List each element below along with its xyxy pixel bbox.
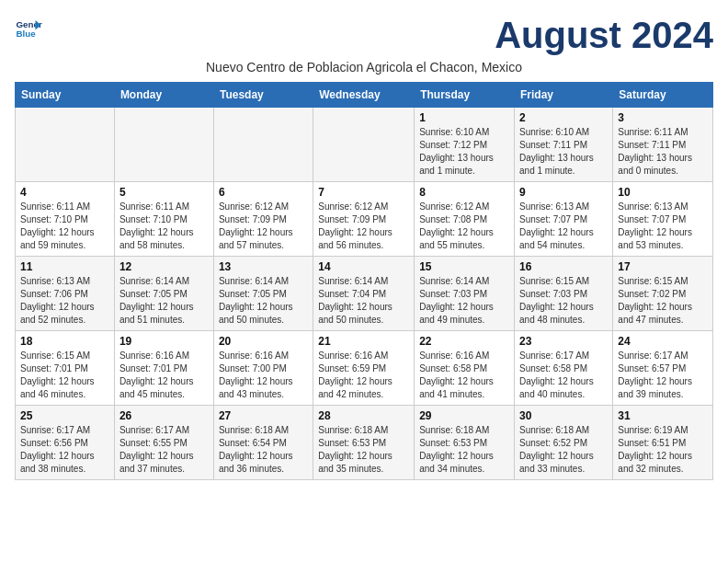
day-info: Sunrise: 6:11 AMSunset: 7:11 PMDaylight:…	[618, 126, 708, 178]
day-number: 30	[519, 409, 608, 422]
day-number: 13	[219, 260, 308, 273]
day-number: 27	[219, 409, 308, 422]
calendar-cell	[213, 108, 313, 182]
day-info: Sunrise: 6:17 AMSunset: 6:58 PMDaylight:…	[519, 350, 608, 401]
day-info: Sunrise: 6:17 AMSunset: 6:57 PMDaylight:…	[618, 350, 708, 401]
day-info: Sunrise: 6:14 AMSunset: 7:05 PMDaylight:…	[119, 275, 209, 327]
day-info: Sunrise: 6:12 AMSunset: 7:08 PMDaylight:…	[419, 201, 509, 252]
calendar-cell: 24Sunrise: 6:17 AMSunset: 6:57 PMDayligh…	[613, 331, 713, 406]
day-number: 25	[20, 409, 109, 422]
day-number: 9	[519, 186, 608, 199]
calendar-cell: 9Sunrise: 6:13 AMSunset: 7:07 PMDaylight…	[515, 182, 613, 257]
day-number: 5	[119, 186, 209, 199]
logo: General Blue	[15, 15, 42, 42]
month-title: August 2024	[495, 15, 713, 56]
day-info: Sunrise: 6:15 AMSunset: 7:01 PMDaylight:…	[20, 350, 109, 401]
day-number: 28	[318, 409, 409, 422]
day-info: Sunrise: 6:11 AMSunset: 7:10 PMDaylight:…	[119, 201, 209, 252]
calendar-cell: 11Sunrise: 6:13 AMSunset: 7:06 PMDayligh…	[16, 257, 115, 331]
day-info: Sunrise: 6:14 AMSunset: 7:05 PMDaylight:…	[219, 275, 308, 327]
calendar-cell: 30Sunrise: 6:18 AMSunset: 6:52 PMDayligh…	[515, 406, 613, 480]
day-info: Sunrise: 6:16 AMSunset: 7:01 PMDaylight:…	[119, 350, 209, 401]
day-info: Sunrise: 6:13 AMSunset: 7:07 PMDaylight:…	[618, 201, 708, 252]
calendar-cell: 3Sunrise: 6:11 AMSunset: 7:11 PMDaylight…	[613, 108, 713, 182]
day-number: 24	[618, 335, 708, 348]
day-info: Sunrise: 6:13 AMSunset: 7:06 PMDaylight:…	[20, 275, 109, 327]
calendar-week-row: 18Sunrise: 6:15 AMSunset: 7:01 PMDayligh…	[16, 331, 713, 406]
calendar-cell: 19Sunrise: 6:16 AMSunset: 7:01 PMDayligh…	[114, 331, 213, 406]
day-number: 12	[119, 260, 209, 273]
day-info: Sunrise: 6:11 AMSunset: 7:10 PMDaylight:…	[20, 201, 109, 252]
day-info: Sunrise: 6:18 AMSunset: 6:54 PMDaylight:…	[219, 424, 308, 476]
day-number: 2	[519, 111, 608, 124]
day-info: Sunrise: 6:16 AMSunset: 7:00 PMDaylight:…	[219, 350, 308, 401]
calendar-cell: 6Sunrise: 6:12 AMSunset: 7:09 PMDaylight…	[213, 182, 313, 257]
calendar-week-row: 11Sunrise: 6:13 AMSunset: 7:06 PMDayligh…	[16, 257, 713, 331]
day-number: 17	[618, 260, 708, 273]
day-number: 22	[419, 335, 509, 348]
day-of-week-header: Tuesday	[213, 83, 313, 108]
calendar-week-row: 25Sunrise: 6:17 AMSunset: 6:56 PMDayligh…	[16, 406, 713, 480]
day-info: Sunrise: 6:16 AMSunset: 6:58 PMDaylight:…	[419, 350, 509, 401]
day-info: Sunrise: 6:14 AMSunset: 7:04 PMDaylight:…	[318, 275, 409, 327]
logo-icon: General Blue	[15, 15, 42, 42]
day-number: 8	[419, 186, 509, 199]
calendar-cell: 5Sunrise: 6:11 AMSunset: 7:10 PMDaylight…	[114, 182, 213, 257]
day-number: 29	[419, 409, 509, 422]
day-number: 19	[119, 335, 209, 348]
calendar-header-row: SundayMondayTuesdayWednesdayThursdayFrid…	[16, 83, 713, 108]
calendar-cell: 16Sunrise: 6:15 AMSunset: 7:03 PMDayligh…	[515, 257, 613, 331]
day-number: 26	[119, 409, 209, 422]
page-header: General Blue August 2024	[15, 15, 713, 56]
day-number: 31	[618, 409, 708, 422]
day-of-week-header: Thursday	[415, 83, 515, 108]
day-number: 21	[318, 335, 409, 348]
calendar-cell: 26Sunrise: 6:17 AMSunset: 6:55 PMDayligh…	[114, 406, 213, 480]
day-number: 14	[318, 260, 409, 273]
calendar-cell: 27Sunrise: 6:18 AMSunset: 6:54 PMDayligh…	[213, 406, 313, 480]
day-info: Sunrise: 6:19 AMSunset: 6:51 PMDaylight:…	[618, 424, 708, 476]
day-number: 20	[219, 335, 308, 348]
calendar-table: SundayMondayTuesdayWednesdayThursdayFrid…	[15, 82, 713, 480]
day-number: 4	[20, 186, 109, 199]
calendar-cell: 12Sunrise: 6:14 AMSunset: 7:05 PMDayligh…	[114, 257, 213, 331]
calendar-cell	[114, 108, 213, 182]
day-of-week-header: Sunday	[16, 83, 115, 108]
day-info: Sunrise: 6:13 AMSunset: 7:07 PMDaylight:…	[519, 201, 608, 252]
calendar-cell: 18Sunrise: 6:15 AMSunset: 7:01 PMDayligh…	[16, 331, 115, 406]
calendar-cell: 22Sunrise: 6:16 AMSunset: 6:58 PMDayligh…	[415, 331, 515, 406]
day-info: Sunrise: 6:18 AMSunset: 6:53 PMDaylight:…	[419, 424, 509, 476]
day-info: Sunrise: 6:18 AMSunset: 6:53 PMDaylight:…	[318, 424, 409, 476]
calendar-cell: 8Sunrise: 6:12 AMSunset: 7:08 PMDaylight…	[415, 182, 515, 257]
day-of-week-header: Wednesday	[313, 83, 415, 108]
day-info: Sunrise: 6:12 AMSunset: 7:09 PMDaylight:…	[219, 201, 308, 252]
calendar-week-row: 4Sunrise: 6:11 AMSunset: 7:10 PMDaylight…	[16, 182, 713, 257]
calendar-cell: 13Sunrise: 6:14 AMSunset: 7:05 PMDayligh…	[213, 257, 313, 331]
calendar-cell: 17Sunrise: 6:15 AMSunset: 7:02 PMDayligh…	[613, 257, 713, 331]
calendar-cell: 29Sunrise: 6:18 AMSunset: 6:53 PMDayligh…	[415, 406, 515, 480]
calendar-cell: 1Sunrise: 6:10 AMSunset: 7:12 PMDaylight…	[415, 108, 515, 182]
calendar-cell: 2Sunrise: 6:10 AMSunset: 7:11 PMDaylight…	[515, 108, 613, 182]
day-info: Sunrise: 6:10 AMSunset: 7:11 PMDaylight:…	[519, 126, 608, 178]
day-number: 10	[618, 186, 708, 199]
day-of-week-header: Monday	[114, 83, 213, 108]
calendar-cell: 25Sunrise: 6:17 AMSunset: 6:56 PMDayligh…	[16, 406, 115, 480]
calendar-cell: 20Sunrise: 6:16 AMSunset: 7:00 PMDayligh…	[213, 331, 313, 406]
day-info: Sunrise: 6:17 AMSunset: 6:56 PMDaylight:…	[20, 424, 109, 476]
day-number: 23	[519, 335, 608, 348]
day-number: 1	[419, 111, 509, 124]
day-of-week-header: Saturday	[613, 83, 713, 108]
calendar-cell	[16, 108, 115, 182]
calendar-cell: 14Sunrise: 6:14 AMSunset: 7:04 PMDayligh…	[313, 257, 415, 331]
svg-text:Blue: Blue	[17, 29, 37, 39]
calendar-cell: 28Sunrise: 6:18 AMSunset: 6:53 PMDayligh…	[313, 406, 415, 480]
calendar-subtitle: Nuevo Centro de Poblacion Agricola el Ch…	[15, 60, 713, 75]
calendar-cell: 4Sunrise: 6:11 AMSunset: 7:10 PMDaylight…	[16, 182, 115, 257]
day-info: Sunrise: 6:14 AMSunset: 7:03 PMDaylight:…	[419, 275, 509, 327]
day-info: Sunrise: 6:15 AMSunset: 7:02 PMDaylight:…	[618, 275, 708, 327]
day-number: 15	[419, 260, 509, 273]
calendar-week-row: 1Sunrise: 6:10 AMSunset: 7:12 PMDaylight…	[16, 108, 713, 182]
day-info: Sunrise: 6:15 AMSunset: 7:03 PMDaylight:…	[519, 275, 608, 327]
day-info: Sunrise: 6:17 AMSunset: 6:55 PMDaylight:…	[119, 424, 209, 476]
day-of-week-header: Friday	[515, 83, 613, 108]
